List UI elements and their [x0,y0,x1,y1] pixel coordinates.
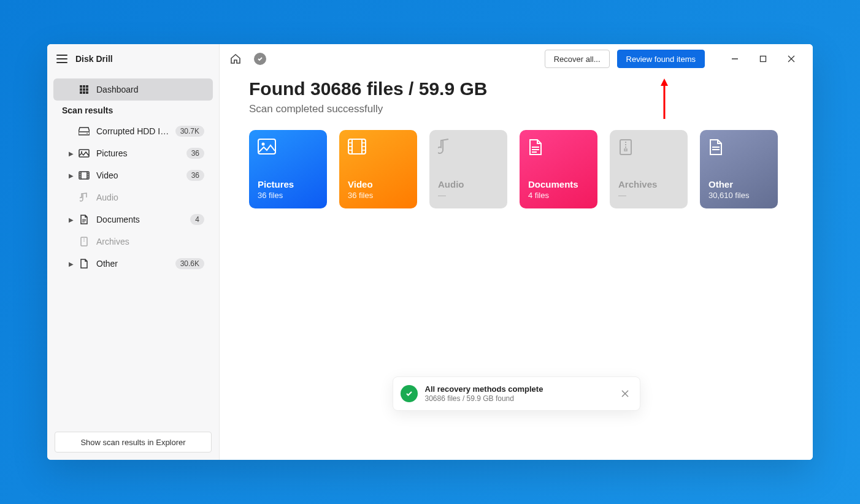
svg-point-12 [81,151,82,153]
video-icon [78,171,90,180]
music-note-icon [78,193,90,202]
card-title: Audio [438,179,499,189]
svg-point-10 [86,133,88,134]
show-in-explorer-button[interactable]: Show scan results in Explorer [55,432,212,452]
svg-rect-3 [80,88,82,91]
sidebar-item-documents[interactable]: ▶ Documents 4 [53,208,213,231]
sidebar-item-label: Archives [96,237,204,246]
close-icon[interactable] [618,386,632,401]
summary-subhead: Scan completed successfully [249,103,783,115]
card-title: Video [348,179,409,189]
window-controls [721,44,805,74]
sidebar-item-label: Pictures [96,148,186,158]
svg-rect-1 [83,85,85,88]
card-documents[interactable]: Documents 4 files [520,130,597,208]
svg-rect-6 [80,91,82,94]
card-count: — [618,191,679,200]
sidebar-item-badge: 4 [190,214,204,225]
card-count: 36 files [258,191,318,200]
svg-rect-8 [86,91,88,94]
content: Found 30686 files / 59.9 GB Scan complet… [220,74,813,208]
document-icon [78,215,90,224]
card-title: Archives [618,179,679,189]
svg-rect-7 [83,91,85,94]
sidebar-item-label: Documents [96,215,190,224]
main: Recover all... Review found items Found … [220,44,813,460]
sidebar-header: Disk Drill [47,44,219,74]
sidebar-item-other[interactable]: ▶ Other 30.6K [53,253,213,275]
check-circle-icon [401,385,418,402]
chevron-right-icon: ▶ [67,216,75,223]
svg-rect-28 [761,56,766,62]
sidebar-item-label: Dashboard [96,85,204,94]
sidebar-item-label: Audio [96,193,204,202]
toast-sub: 30686 files / 59.9 GB found [425,394,610,403]
maximize-icon[interactable] [749,44,777,74]
sidebar-item-video[interactable]: ▶ Video 36 [53,164,213,186]
app-title: Disk Drill [75,54,113,64]
sidebar-item-badge: 30.6K [175,258,204,269]
sidebar-item-label: Corrupted HDD Image.... [96,126,175,136]
archive-icon [78,237,90,246]
hamburger-icon[interactable] [55,52,69,66]
app-window: Disk Drill Dashboard Scan results Corrup… [47,44,813,460]
sidebar-item-device[interactable]: Corrupted HDD Image.... 30.7K [53,120,213,142]
file-icon [78,259,90,269]
home-icon[interactable] [227,50,244,67]
image-icon [258,139,318,157]
sidebar-item-badge: 36 [186,148,204,159]
card-count: 30,610 files [708,191,769,200]
chevron-right-icon: ▶ [67,150,75,157]
document-icon [528,139,589,157]
card-other[interactable]: Other 30,610 files [700,130,778,208]
sidebar-item-badge: 30.7K [175,126,204,137]
completion-toast: All recovery methods complete 30686 file… [393,376,640,411]
minimize-icon[interactable] [721,44,749,74]
video-icon [348,139,409,157]
dashboard-icon [78,85,90,94]
music-note-icon [438,139,499,157]
svg-rect-4 [83,88,85,91]
sidebar: Disk Drill Dashboard Scan results Corrup… [47,44,220,460]
sidebar-item-audio[interactable]: Audio [53,186,213,208]
recover-all-button[interactable]: Recover all... [545,50,610,68]
svg-rect-31 [258,139,275,154]
card-audio: Audio — [429,130,507,208]
sidebar-item-dashboard[interactable]: Dashboard [53,78,213,101]
card-title: Documents [528,179,589,189]
main-header: Recover all... Review found items [220,44,813,74]
sidebar-item-archives[interactable]: Archives [53,231,213,253]
card-video[interactable]: Video 36 files [339,130,417,208]
card-pictures[interactable]: Pictures 36 files [249,130,327,208]
toast-body: All recovery methods complete 30686 file… [425,384,610,403]
card-title: Pictures [258,179,318,189]
card-count: — [438,191,499,200]
svg-rect-47 [624,149,627,151]
chevron-right-icon: ▶ [67,172,75,179]
image-icon [78,149,90,158]
close-icon[interactable] [777,44,805,74]
sidebar-item-pictures[interactable]: ▶ Pictures 36 [53,142,213,164]
svg-rect-0 [80,85,82,88]
category-cards: Pictures 36 files Video 36 files Audio — [249,130,783,208]
sidebar-footer: Show scan results in Explorer [47,424,219,460]
card-count: 36 files [348,191,409,200]
card-archives: Archives — [610,130,688,208]
svg-rect-5 [86,88,88,91]
card-count: 4 files [528,191,589,200]
sidebar-section-header: Scan results [47,101,219,120]
archive-icon [618,139,679,157]
sidebar-item-label: Other [96,259,175,269]
card-title: Other [708,179,769,189]
chevron-right-icon: ▶ [67,261,75,267]
status-complete-icon [251,50,269,67]
summary-headline: Found 30686 files / 59.9 GB [249,78,783,99]
sidebar-item-badge: 36 [186,170,204,181]
svg-rect-2 [86,85,88,88]
sidebar-item-label: Video [96,170,186,180]
sidebar-body: Dashboard Scan results Corrupted HDD Ima… [47,74,219,424]
toast-title: All recovery methods complete [425,384,610,394]
file-icon [708,139,769,157]
svg-point-32 [262,143,265,146]
review-found-items-button[interactable]: Review found items [617,50,705,68]
